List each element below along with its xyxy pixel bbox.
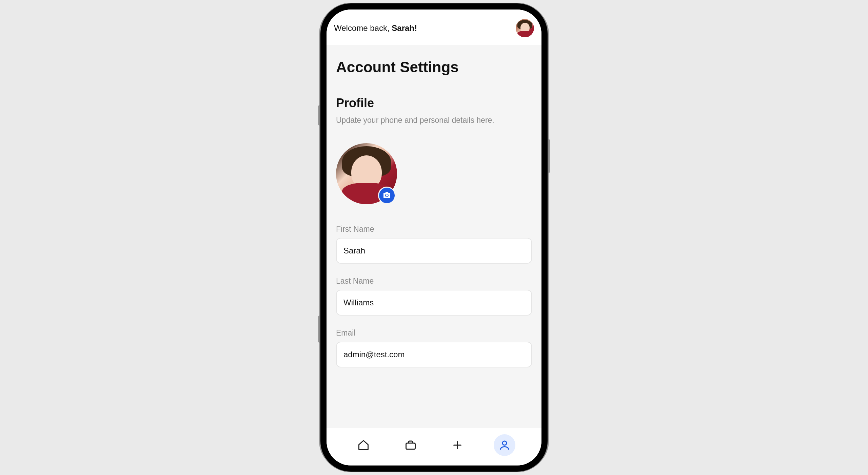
welcome-user-name: Sarah! bbox=[392, 23, 417, 33]
content-area: Account Settings Profile Update your pho… bbox=[327, 45, 541, 428]
last-name-input[interactable] bbox=[336, 290, 532, 316]
change-photo-button[interactable] bbox=[378, 187, 396, 204]
first-name-label: First Name bbox=[336, 225, 532, 234]
last-name-field: Last Name bbox=[336, 277, 532, 316]
svg-rect-0 bbox=[406, 443, 415, 449]
page-title: Account Settings bbox=[336, 59, 532, 76]
email-input[interactable] bbox=[336, 342, 532, 367]
section-title: Profile bbox=[336, 96, 532, 110]
avatar-small[interactable] bbox=[516, 19, 534, 37]
nav-home[interactable] bbox=[353, 434, 374, 456]
avatar-editor bbox=[336, 143, 397, 204]
email-field: Email bbox=[336, 328, 532, 367]
briefcase-icon bbox=[405, 439, 417, 451]
phone-frame: Welcome back, Sarah! Account Settings Pr… bbox=[320, 3, 548, 472]
last-name-label: Last Name bbox=[336, 277, 532, 286]
svg-point-1 bbox=[502, 441, 507, 445]
bottom-nav bbox=[327, 428, 541, 466]
first-name-field: First Name bbox=[336, 225, 532, 264]
section-description: Update your phone and personal details h… bbox=[336, 114, 532, 126]
welcome-prefix: Welcome back, bbox=[334, 23, 392, 33]
camera-icon bbox=[383, 191, 391, 200]
profile-icon bbox=[498, 439, 511, 451]
plus-icon bbox=[451, 439, 463, 451]
nav-profile[interactable] bbox=[494, 434, 515, 456]
nav-briefcase[interactable] bbox=[400, 434, 421, 456]
email-label: Email bbox=[336, 328, 532, 338]
first-name-input[interactable] bbox=[336, 238, 532, 264]
welcome-text: Welcome back, Sarah! bbox=[334, 23, 417, 33]
nav-add[interactable] bbox=[447, 434, 468, 456]
screen: Welcome back, Sarah! Account Settings Pr… bbox=[327, 10, 541, 466]
header: Welcome back, Sarah! bbox=[327, 10, 541, 45]
home-icon bbox=[357, 439, 370, 451]
